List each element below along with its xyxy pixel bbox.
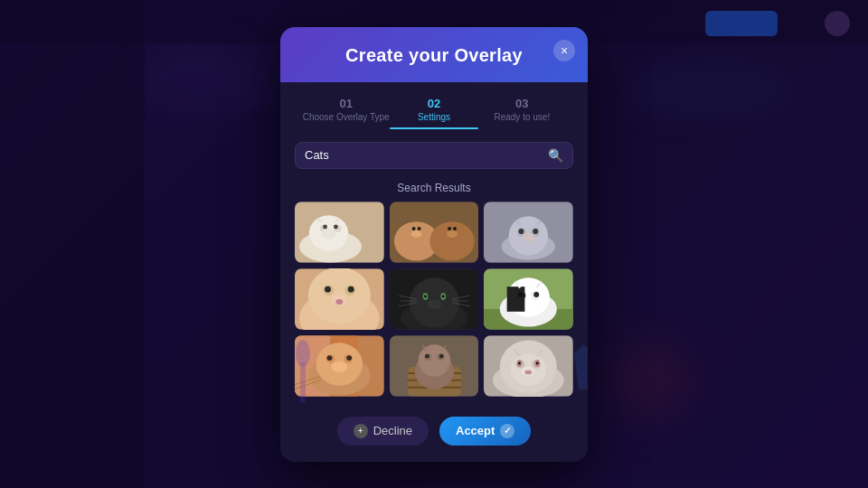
svg-point-5 [322,229,336,239]
svg-point-7 [334,224,338,229]
modal-title: Create your Overlay [345,45,523,65]
step-3: 03 Ready to use! [478,97,566,129]
svg-point-34 [325,286,331,292]
svg-rect-91 [300,362,306,403]
results-label: Search Results [280,176,588,202]
svg-point-46 [441,295,444,297]
cat-thumbnail-1[interactable] [295,202,384,263]
step-2-number: 02 [428,97,440,110]
cat-thumbnail-9[interactable] [484,335,573,397]
decline-icon: + [354,424,368,438]
decline-button[interactable]: + Decline [337,417,429,446]
accept-label: Accept [456,424,495,437]
step-3-underline [478,127,566,129]
svg-point-26 [519,229,524,234]
svg-point-6 [323,224,327,229]
cat-thumbnail-8[interactable] [390,335,479,397]
svg-point-56 [534,292,540,297]
image-grid [280,202,588,406]
modal-overlay: Create your Overlay × 01 Choose Overlay … [0,0,868,488]
svg-point-16 [417,227,420,230]
step-2-label: Settings [418,112,450,122]
cat-thumbnail-4[interactable] [295,268,384,330]
svg-point-89 [525,370,533,374]
accept-button[interactable]: Accept ✓ [439,417,531,446]
svg-point-15 [411,227,415,230]
decline-label: Decline [373,424,412,437]
svg-point-64 [327,355,333,361]
accept-icon: ✓ [500,424,514,438]
svg-point-37 [335,299,343,305]
svg-point-47 [427,299,441,308]
svg-point-76 [425,353,429,358]
svg-point-19 [410,230,421,238]
step-3-number: 03 [515,97,528,110]
search-icon[interactable]: 🔍 [548,148,563,163]
svg-point-18 [453,227,457,230]
svg-point-87 [536,361,539,364]
svg-point-65 [346,355,352,361]
search-input[interactable] [305,148,548,162]
step-1-underline [302,127,390,129]
modal-header: Create your Overlay × [280,27,588,82]
cat-thumbnail-3[interactable] [484,202,573,263]
search-box: 🔍 [295,142,573,169]
svg-point-77 [439,353,443,358]
svg-point-35 [348,286,354,292]
create-overlay-modal: Create your Overlay × 01 Choose Overlay … [280,27,588,462]
step-2: 02 Settings [390,97,477,129]
modal-decoration-left [289,335,316,408]
steps-bar: 01 Choose Overlay Type 02 Settings 03 Re… [280,82,588,129]
step-1-label: Choose Overlay Type [303,112,390,122]
svg-point-10 [429,221,474,260]
cat-thumbnail-6[interactable] [484,268,573,330]
svg-point-28 [523,232,535,241]
step-3-label: Ready to use! [494,112,550,122]
cat-thumbnail-5[interactable] [390,268,479,330]
svg-point-20 [447,230,458,238]
cat-thumbnail-2[interactable] [390,202,479,263]
svg-point-45 [424,295,427,297]
close-button[interactable]: × [553,40,575,61]
step-1: 01 Choose Overlay Type [302,97,390,129]
svg-point-86 [518,361,521,364]
step-2-underline [390,127,477,129]
svg-point-55 [518,292,524,297]
step-1-number: 01 [339,97,352,110]
svg-point-66 [331,361,347,372]
search-area: 🔍 [280,129,588,176]
modal-footer: + Decline Accept ✓ [280,406,588,462]
svg-point-17 [448,227,451,230]
svg-point-73 [418,344,450,377]
modal-decoration-right [574,344,588,389]
svg-point-27 [533,229,539,234]
